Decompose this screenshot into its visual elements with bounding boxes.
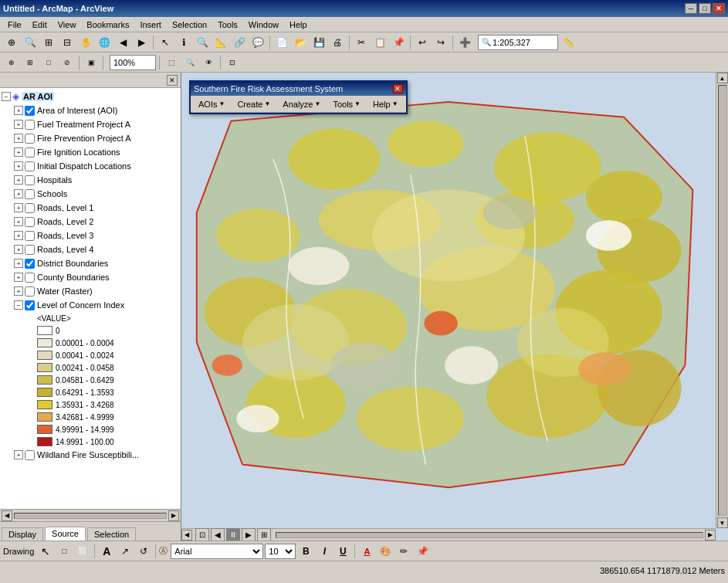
fuel-expand-btn[interactable]: +: [14, 120, 23, 129]
hscroll-right-btn[interactable]: ▶: [705, 530, 716, 541]
sfras-close-btn[interactable]: ✕: [393, 84, 403, 93]
forward-btn[interactable]: ▶: [133, 34, 150, 51]
menu-help[interactable]: Help: [285, 19, 312, 31]
cut-btn[interactable]: ✂: [353, 34, 370, 51]
print-btn[interactable]: 🖨: [329, 34, 346, 51]
copy-btn[interactable]: 📋: [371, 34, 388, 51]
drawing-angle-btn[interactable]: ↗: [117, 543, 134, 560]
hscroll-left-btn[interactable]: ◀: [181, 530, 192, 541]
scale-input[interactable]: [493, 38, 554, 47]
zoom-prev-btn[interactable]: 🔍: [22, 34, 39, 51]
drawing-fill-btn[interactable]: ⬜: [74, 543, 91, 560]
toc-layer-roads1[interactable]: + Roads, Level 1: [0, 201, 181, 215]
paste-btn[interactable]: 📌: [390, 34, 407, 51]
line-color-btn[interactable]: ✏: [395, 543, 412, 560]
wildland-expand-btn[interactable]: +: [14, 450, 23, 459]
map-nav-btn3[interactable]: ⏸: [226, 528, 240, 541]
toc-scroll-right[interactable]: ▶: [168, 510, 179, 521]
fuel-checkbox[interactable]: [25, 120, 35, 130]
toc-h-scrollbar[interactable]: ◀ ▶: [0, 509, 181, 521]
root-expand-btn[interactable]: −: [2, 92, 11, 101]
zoom-percent-input[interactable]: [113, 58, 152, 67]
map-nav-btn5[interactable]: ⊞: [257, 528, 271, 541]
font-color-btn[interactable]: A: [358, 543, 375, 560]
drawing-text-btn[interactable]: A: [98, 543, 115, 560]
back-btn[interactable]: ◀: [114, 34, 131, 51]
font-size-select[interactable]: 10 8 12 14 16 18 24: [265, 544, 296, 559]
vscroll-down-btn[interactable]: ▼: [717, 517, 728, 528]
sfras-menu-analyze[interactable]: Analyze ▼: [278, 98, 325, 110]
toc-layer-fuel[interactable]: + Fuel Treatment Project A: [0, 117, 181, 131]
find-btn[interactable]: 🔍: [194, 34, 211, 51]
county-expand-btn[interactable]: +: [14, 273, 23, 282]
vscroll-track[interactable]: [718, 85, 727, 516]
marker-color-btn[interactable]: 📌: [414, 543, 431, 560]
toc-close-btn[interactable]: ✕: [167, 75, 178, 86]
menu-bookmarks[interactable]: Bookmarks: [82, 19, 134, 31]
clear-select-btn[interactable]: ⊘: [59, 54, 76, 71]
loci-checkbox[interactable]: [25, 300, 35, 310]
init-disp-checkbox[interactable]: [25, 161, 35, 171]
roads2-expand-btn[interactable]: +: [14, 217, 23, 226]
bold-btn[interactable]: B: [297, 543, 314, 560]
toc-layer-init-disp[interactable]: + Initial Dispatch Locations: [0, 159, 181, 173]
fire-prev-expand-btn[interactable]: +: [14, 134, 23, 143]
toc-layer-fire-ign[interactable]: + Fire Ignition Locations: [0, 145, 181, 159]
html-popup-btn[interactable]: 💬: [249, 34, 266, 51]
font-name-select[interactable]: Arial Times New Roman Courier New: [171, 544, 263, 559]
schools-expand-btn[interactable]: +: [14, 189, 23, 198]
map-nav-btn2[interactable]: ◀: [211, 528, 225, 541]
menu-tools[interactable]: Tools: [213, 19, 242, 31]
fire-ign-checkbox[interactable]: [25, 147, 35, 158]
drawing-rotate-btn[interactable]: ↺: [135, 543, 152, 560]
select-btn[interactable]: ↖: [157, 34, 174, 51]
toc-layer-fire-prev[interactable]: + Fire Prevention Project A: [0, 131, 181, 145]
maximize-button[interactable]: □: [699, 3, 711, 14]
toc-layer-aoi[interactable]: + Area of Interest (AOI): [0, 103, 181, 117]
fixed-zoom-out-btn[interactable]: ⊟: [59, 34, 76, 51]
sfras-title-bar[interactable]: Southern Fire Risk Assessment System ✕: [191, 82, 406, 96]
add-data-btn[interactable]: ➕: [456, 34, 473, 51]
map-v-scrollbar[interactable]: ▲ ▼: [716, 73, 728, 528]
redo-btn[interactable]: ↪: [432, 34, 449, 51]
menu-view[interactable]: View: [53, 19, 81, 31]
toc-layer-wildland[interactable]: + Wildland Fire Susceptibili...: [0, 448, 181, 462]
zoom-in-full-btn[interactable]: ⊕: [3, 34, 20, 51]
drawing-shape-btn[interactable]: □: [56, 543, 73, 560]
toc-layer-roads2[interactable]: + Roads, Level 2: [0, 215, 181, 229]
menu-window[interactable]: Window: [244, 19, 283, 31]
schools-checkbox[interactable]: [25, 189, 35, 199]
globe-btn[interactable]: 🌐: [96, 34, 113, 51]
roads4-expand-btn[interactable]: +: [14, 245, 23, 254]
map-area[interactable]: Southern Fire Risk Assessment System ✕ A…: [181, 73, 728, 541]
map-nav-btn4[interactable]: ▶: [242, 528, 256, 541]
district-checkbox[interactable]: [25, 259, 35, 269]
minimize-button[interactable]: ─: [685, 3, 697, 14]
roads4-checkbox[interactable]: [25, 245, 35, 255]
magnifier-btn[interactable]: 🔍: [181, 54, 198, 71]
data-frame-btn[interactable]: ⊡: [224, 54, 241, 71]
tab-source[interactable]: Source: [45, 527, 86, 541]
hospitals-checkbox[interactable]: [25, 175, 35, 185]
sfras-menu-help[interactable]: Help ▼: [368, 98, 403, 110]
toc-layer-hospitals[interactable]: + Hospitals: [0, 173, 181, 187]
sfras-menu-aois[interactable]: AOIs ▼: [194, 98, 229, 110]
aoi-expand-btn[interactable]: +: [14, 106, 23, 115]
roads3-checkbox[interactable]: [25, 231, 35, 241]
toc-layer-loci[interactable]: − Level of Concern Index: [0, 298, 181, 312]
draw-angle-btn[interactable]: 📏: [560, 34, 577, 51]
italic-btn[interactable]: I: [316, 543, 333, 560]
menu-selection[interactable]: Selection: [168, 19, 212, 31]
water-expand-btn[interactable]: +: [14, 286, 23, 296]
sfras-menu-tools[interactable]: Tools ▼: [328, 98, 365, 110]
roads2-checkbox[interactable]: [25, 217, 35, 227]
hyperlink-btn[interactable]: 🔗: [231, 34, 248, 51]
water-checkbox[interactable]: [25, 286, 35, 297]
init-disp-expand-btn[interactable]: +: [14, 161, 23, 171]
save-btn[interactable]: 💾: [310, 34, 327, 51]
overview-btn[interactable]: ⬚: [163, 54, 180, 71]
layout-view-btn[interactable]: ▣: [83, 54, 100, 71]
county-checkbox[interactable]: [25, 273, 35, 283]
new-map-btn[interactable]: 📄: [273, 34, 290, 51]
loci-expand-btn[interactable]: −: [14, 300, 23, 310]
